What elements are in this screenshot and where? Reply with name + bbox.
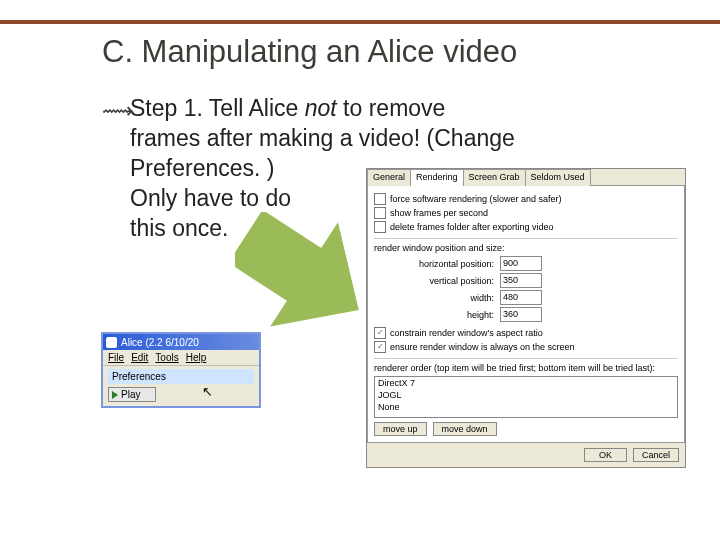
section-order-label: renderer order (top item will be tried f… — [374, 363, 678, 373]
checkmark-icon: ✓ — [377, 329, 384, 337]
svg-marker-0 — [235, 212, 369, 334]
divider — [374, 358, 678, 359]
alice-title-text: Alice (2.2 6/10/20 — [121, 337, 199, 348]
checkmark-icon: ✓ — [377, 343, 384, 351]
body-line1a: Step 1. Tell Alice — [130, 95, 305, 121]
row-height: height: 360 — [374, 307, 678, 322]
input-height[interactable]: 360 — [500, 307, 542, 322]
alice-menubar: File Edit Tools Help — [103, 350, 259, 366]
order-buttons: move up move down — [374, 422, 678, 436]
slide: { "header": { "title": "C. Manipulating … — [0, 0, 720, 540]
input-width[interactable]: 480 — [500, 290, 542, 305]
body-line1b: to remove — [337, 95, 446, 121]
label-height: height: — [374, 310, 500, 320]
tab-screengrab[interactable]: Screen Grab — [463, 169, 526, 186]
alice-logo-icon — [106, 337, 117, 348]
tab-rendering[interactable]: Rendering — [410, 169, 464, 186]
row-width: width: 480 — [374, 290, 678, 305]
chk-ensure-onscreen[interactable]: ✓ ensure render window is always on the … — [374, 341, 678, 353]
checkbox-icon — [374, 207, 386, 219]
alice-menu-file[interactable]: File — [108, 352, 124, 363]
checkbox-icon: ✓ — [374, 327, 386, 339]
ok-button[interactable]: OK — [584, 448, 627, 462]
chk-force-software-label: force software rendering (slower and saf… — [390, 194, 562, 204]
renderer-item-jogl[interactable]: JOGL — [375, 389, 677, 401]
checkbox-icon: ✓ — [374, 341, 386, 353]
arrow-icon — [235, 212, 369, 334]
tab-seldom-used[interactable]: Seldom Used — [525, 169, 591, 186]
alice-preferences-item[interactable]: Preferences — [108, 369, 254, 384]
alice-menu-help[interactable]: Help — [186, 352, 207, 363]
alice-menu-edit[interactable]: Edit — [131, 352, 148, 363]
body-line5: this once. — [130, 215, 228, 241]
preferences-window: General Rendering Screen Grab Seldom Use… — [366, 168, 686, 468]
move-up-button[interactable]: move up — [374, 422, 427, 436]
tab-general[interactable]: General — [367, 169, 411, 186]
label-width: width: — [374, 293, 500, 303]
renderer-item-none[interactable]: None — [375, 401, 677, 413]
cancel-button[interactable]: Cancel — [633, 448, 679, 462]
input-vpos[interactable]: 350 — [500, 273, 542, 288]
header-divider — [0, 20, 720, 24]
chk-show-fps-label: show frames per second — [390, 208, 488, 218]
renderer-order-list[interactable]: DirectX 7 JOGL None — [374, 376, 678, 418]
body-line3: Preferences. ) — [130, 155, 274, 181]
pref-body: force software rendering (slower and saf… — [367, 185, 685, 443]
body-not: not — [305, 95, 337, 121]
row-hpos: horizontal position: 900 — [374, 256, 678, 271]
slide-title: C. Manipulating an Alice video — [102, 34, 662, 70]
chk-delete-frames[interactable]: delete frames folder after exporting vid… — [374, 221, 678, 233]
chk-constrain-label: constrain render window's aspect ratio — [390, 328, 543, 338]
chk-delete-frames-label: delete frames folder after exporting vid… — [390, 222, 554, 232]
alice-play-label: Play — [121, 389, 140, 400]
chk-force-software[interactable]: force software rendering (slower and saf… — [374, 193, 678, 205]
move-down-button[interactable]: move down — [433, 422, 497, 436]
cursor-icon: ↖ — [202, 384, 213, 399]
alice-play-button[interactable]: Play — [108, 387, 156, 402]
input-hpos[interactable]: 900 — [500, 256, 542, 271]
pref-footer: OK Cancel — [367, 443, 685, 467]
body-line2: frames after making a video! (Change — [130, 125, 515, 151]
body-line4: Only have to do — [130, 185, 291, 211]
checkbox-icon — [374, 193, 386, 205]
alice-menu-tools[interactable]: Tools — [155, 352, 178, 363]
label-vpos: vertical position: — [374, 276, 500, 286]
renderer-item-dx7[interactable]: DirectX 7 — [375, 377, 677, 389]
divider — [374, 238, 678, 239]
checkbox-icon — [374, 221, 386, 233]
alice-window: Alice (2.2 6/10/20 File Edit Tools Help … — [101, 332, 261, 408]
chk-show-fps[interactable]: show frames per second — [374, 207, 678, 219]
alice-titlebar: Alice (2.2 6/10/20 — [103, 334, 259, 350]
pref-tabs: General Rendering Screen Grab Seldom Use… — [367, 169, 685, 186]
row-vpos: vertical position: 350 — [374, 273, 678, 288]
section-size-label: render window position and size: — [374, 243, 678, 253]
play-icon — [112, 391, 118, 399]
label-hpos: horizontal position: — [374, 259, 500, 269]
chk-ensure-label: ensure render window is always on the sc… — [390, 342, 575, 352]
chk-constrain-aspect[interactable]: ✓ constrain render window's aspect ratio — [374, 327, 678, 339]
